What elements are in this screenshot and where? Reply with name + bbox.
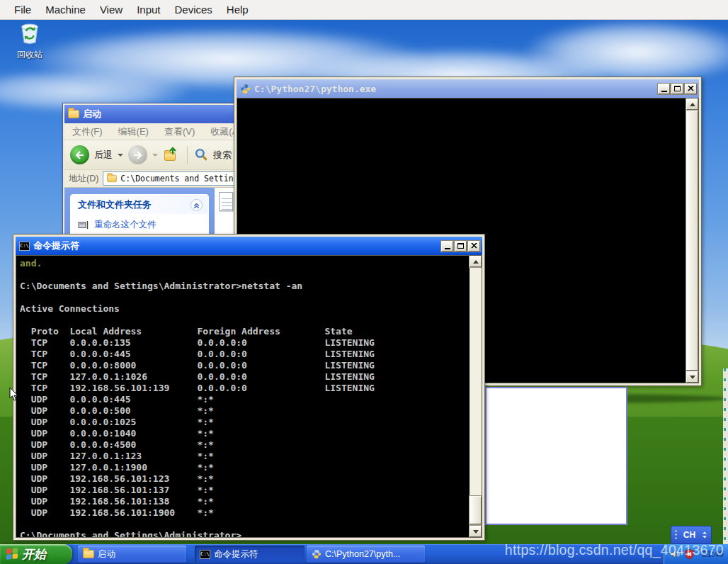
search-icon [195, 148, 208, 162]
scroll-down-button[interactable] [470, 526, 482, 537]
cmd-window-titlebar[interactable]: C:\ 命令提示符 [16, 237, 482, 255]
rename-icon [78, 220, 89, 230]
watermark-text: https://blog.csdn.net/qq_40413670 [505, 542, 724, 558]
menu-file[interactable]: 文件(F) [64, 125, 110, 138]
console-netstat-output: C:\Documents and Settings\Administrator>… [20, 269, 470, 537]
close-icon [688, 86, 694, 91]
taskbar-button-label: 启动 [98, 548, 115, 560]
taskbar-button-label: 命令提示符 [214, 548, 258, 560]
cmd-icon: C:\ [200, 550, 210, 559]
taskbar-button-folder[interactable]: 启动 [78, 546, 186, 563]
recycle-bin-shortcut[interactable]: 回收站 [10, 21, 50, 61]
chevron-up-icon [192, 201, 201, 210]
address-folder-icon [108, 175, 118, 182]
start-button[interactable]: 开始 [0, 544, 72, 564]
scrollbar-thumb[interactable] [686, 111, 698, 371]
minimize-icon [661, 91, 667, 92]
search-button-label[interactable]: 搜索 [213, 149, 232, 162]
console-text: and. C:\Documents and Settings\Administr… [16, 256, 470, 537]
python-icon [240, 84, 251, 94]
vm-menu-view[interactable]: View [93, 4, 130, 16]
menu-view[interactable]: 查看(V) [157, 125, 203, 138]
taskbar-button-label: C:\Python27\pyth... [325, 549, 400, 559]
windows-logo-icon [6, 548, 18, 560]
file-tasks-header[interactable]: 文件和文件夹任务 [71, 195, 208, 214]
collapse-button[interactable] [190, 199, 203, 211]
back-button-label[interactable]: 后退 [94, 149, 113, 162]
taskbar-button-python[interactable]: C:\Python27\pyth... [307, 546, 425, 563]
text-file-icon[interactable] [219, 192, 233, 211]
cmd-console-output[interactable]: and. C:\Documents and Settings\Administr… [16, 255, 482, 538]
python-window-title: C:\Python27\python.exe [254, 84, 654, 94]
task-rename-file[interactable]: 重命名这个文件 [71, 214, 208, 231]
close-button[interactable] [685, 84, 697, 94]
back-arrow-icon [74, 150, 85, 160]
file-tasks-title: 文件和文件夹任务 [78, 198, 152, 211]
close-button[interactable] [468, 241, 480, 252]
vm-menubar: File Machine View Input Devices Help [0, 0, 728, 20]
blank-app-window[interactable] [485, 387, 627, 525]
close-icon [471, 243, 477, 249]
back-dropdown-icon[interactable] [118, 154, 123, 157]
vm-menu-machine[interactable]: Machine [38, 4, 93, 16]
task-rename-label: 重命名这个文件 [94, 219, 157, 231]
vm-menu-file[interactable]: File [7, 4, 38, 16]
screen-edge-artifact [723, 368, 728, 544]
arrow-up-icon [690, 103, 695, 106]
arrow-down-icon [690, 376, 695, 379]
start-button-label: 开始 [22, 546, 46, 563]
arrow-up-icon [473, 260, 479, 264]
cmd-window: C:\ 命令提示符 and. C:\Documents and Settings… [13, 234, 485, 541]
scroll-up-button[interactable] [470, 256, 482, 267]
maximize-icon [457, 243, 464, 249]
cmd-icon: C:\ [19, 242, 30, 251]
maximize-button[interactable] [455, 241, 467, 252]
up-arrow-icon [169, 147, 177, 155]
python-scrollbar[interactable] [686, 98, 698, 383]
mouse-cursor [9, 387, 19, 402]
folder-icon [83, 550, 94, 558]
forward-button[interactable] [128, 145, 147, 164]
forward-dropdown-icon[interactable] [152, 154, 158, 157]
minimize-button[interactable] [658, 84, 670, 94]
maximize-button[interactable] [671, 84, 683, 94]
drag-handle-icon[interactable] [674, 529, 678, 541]
language-options-icon[interactable] [701, 531, 708, 539]
scroll-up-button[interactable] [686, 98, 698, 110]
minimize-icon [445, 248, 450, 249]
taskbar-button-cmd[interactable]: C:\ 命令提示符 [195, 546, 305, 563]
forward-arrow-icon [132, 150, 143, 160]
menu-edit[interactable]: 编辑(E) [110, 125, 157, 138]
arrow-down-icon [473, 530, 479, 534]
toolbar-separator [187, 146, 188, 164]
vm-menu-input[interactable]: Input [130, 4, 167, 16]
python-window-titlebar[interactable]: C:\Python27\python.exe [237, 79, 699, 98]
back-button[interactable] [70, 145, 89, 164]
up-folder-button[interactable] [163, 148, 180, 162]
scroll-down-button[interactable] [686, 371, 698, 383]
recycle-bin-label: 回收站 [10, 49, 50, 61]
folder-icon [68, 110, 79, 118]
address-label: 地址(D) [69, 173, 98, 185]
recycle-bin-icon [17, 21, 42, 48]
cmd-scrollbar[interactable] [470, 256, 482, 537]
vm-menu-help[interactable]: Help [220, 4, 256, 16]
python-icon [312, 549, 322, 559]
cmd-window-title: 命令提示符 [33, 239, 438, 252]
console-previous-output: and. [20, 258, 470, 269]
screen: File Machine View Input Devices Help [0, 0, 728, 564]
scrollbar-thumb[interactable] [470, 496, 482, 524]
maximize-icon [674, 86, 681, 91]
vm-menu-devices[interactable]: Devices [168, 4, 220, 16]
language-indicator[interactable]: CH [681, 530, 698, 540]
minimize-button[interactable] [441, 241, 453, 252]
